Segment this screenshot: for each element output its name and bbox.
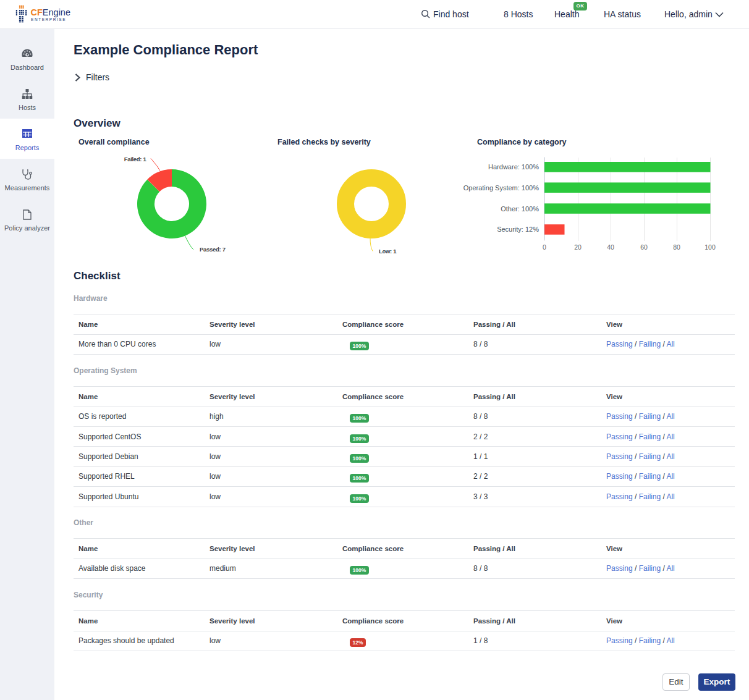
svg-text:Operating System: 100%: Operating System: 100% [463,184,540,192]
svg-text:Hardware: 100%: Hardware: 100% [488,163,539,171]
svg-text:Security: 12%: Security: 12% [497,226,539,233]
svg-text:40: 40 [607,243,614,251]
svg-text:ENTERPRISE: ENTERPRISE [31,17,66,22]
svg-text:80: 80 [673,243,680,251]
svg-text:Passed: 7: Passed: 7 [200,246,226,253]
svg-text:20: 20 [574,243,582,251]
svg-text:0: 0 [543,243,546,251]
svg-text:Low: 1: Low: 1 [379,248,397,255]
svg-text:100: 100 [705,243,716,251]
svg-text:Failed: 1: Failed: 1 [124,156,147,162]
svg-text:60: 60 [640,243,648,251]
svg-text:CFEngine: CFEngine [31,7,71,17]
svg-text:Other: 100%: Other: 100% [501,205,539,213]
